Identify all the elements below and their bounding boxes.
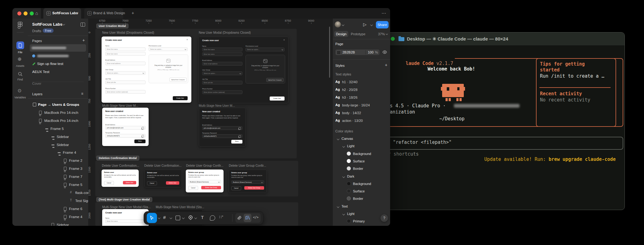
layer-row[interactable]: Frame 4 [28, 213, 88, 221]
add-page-button[interactable]: + [82, 38, 85, 43]
frame-label[interactable]: Delete User Group Confir... [229, 164, 266, 167]
page-item[interactable]: AEUX Test [28, 68, 88, 76]
copy-icon[interactable] [239, 127, 241, 130]
text-style-row[interactable]: Agh2 · 20/28 [333, 86, 390, 94]
red-button[interactable]: Delete User Group [201, 186, 221, 189]
select-dropdown[interactable]: Redbrick (Shared Services) [188, 180, 221, 183]
page-item[interactable] [28, 44, 88, 52]
layer-row[interactable]: TTest Signa [28, 197, 88, 205]
avatar[interactable] [335, 21, 341, 28]
color-style-row[interactable]: Border [333, 165, 390, 173]
page-color-value[interactable]: 2B2B2B [342, 50, 355, 54]
layer-row[interactable]: Page → Users & Groups [28, 101, 88, 109]
frame-label[interactable]: Multi-Stage New User Modal (Sta... [102, 205, 151, 209]
file-location[interactable]: Drafts [32, 29, 41, 33]
primary-button[interactable]: Create User [173, 96, 188, 100]
color-style-row[interactable]: Surface [333, 188, 390, 196]
present-play-icon[interactable]: ▷ [363, 22, 367, 27]
color-swatch[interactable] [347, 152, 351, 156]
frame-label[interactable]: New User Modal (Dropdowns Closed) [102, 31, 154, 34]
color-style-row[interactable]: Border [333, 196, 390, 203]
frame-label[interactable]: Delete User Confirmation... [144, 164, 182, 167]
layers-list-icon[interactable]: ≡ [81, 92, 83, 96]
draw-annotate-icon[interactable] [237, 216, 242, 220]
text-input[interactable]: Enter email address [202, 62, 242, 66]
home-icon[interactable]: ⌂ [35, 11, 38, 16]
select-dropdown[interactable]: Select an option... [105, 71, 146, 75]
window-menu-icon[interactable]: ⋯ [381, 11, 386, 16]
add-style-button[interactable]: + [385, 62, 387, 67]
color-swatch[interactable] [347, 189, 351, 193]
actions-tool-icon[interactable]: ∷+ [219, 215, 224, 219]
page-header[interactable]: Page [335, 42, 343, 46]
text-style-row[interactable]: Agh3 · 18/26 [333, 94, 390, 102]
red-button[interactable]: Delete User [166, 181, 179, 185]
text-input[interactable]: john.doe@example.com [202, 126, 242, 130]
variables-icon[interactable]: ⊙ [18, 88, 22, 93]
color-style-row[interactable]: Dark [333, 173, 390, 181]
page-item-cover[interactable]: Cover [32, 82, 41, 85]
text-input[interactable]: Enter phone number (optional) [105, 90, 146, 94]
terminal-traffic-light-green-icon[interactable] [391, 37, 395, 41]
layer-row[interactable]: Sidebar [28, 133, 88, 141]
page-color-field[interactable]: 2B2B2B 100 % [335, 49, 380, 55]
chevron-down-icon[interactable] [63, 23, 65, 25]
assets-icon[interactable]: ⊕ [18, 56, 22, 62]
close-icon[interactable]: × [283, 38, 285, 41]
zoom-window-button[interactable] [30, 11, 34, 15]
tab-prototype[interactable]: Prototype [351, 32, 365, 36]
chevron-down-icon[interactable] [337, 138, 339, 140]
layer-row[interactable]: Frame 7 [28, 173, 88, 181]
chevron-down-icon[interactable] [342, 145, 345, 148]
color-style-row[interactable]: Background [333, 151, 390, 158]
pen-tool-icon[interactable] [188, 215, 193, 221]
color-style-row[interactable]: Light [333, 143, 390, 150]
text-style-row[interactable]: Agaction · 13/20 [333, 117, 390, 125]
comment-tool-icon[interactable] [210, 215, 215, 221]
layer-row[interactable]: Frame 5 [28, 181, 88, 189]
primary-button[interactable]: Done [134, 140, 146, 143]
text-input[interactable]: Enter first name [105, 47, 146, 51]
color-swatch[interactable] [347, 196, 351, 200]
layer-row[interactable]: MacBook Pro 14-inch [28, 109, 88, 117]
select-dropdown[interactable]: Select an option... [246, 48, 285, 51]
ghost-button[interactable]: Cancel [231, 186, 241, 190]
close-window-button[interactable] [17, 11, 21, 15]
color-swatch[interactable] [347, 166, 351, 170]
close-tab-icon[interactable]: × [76, 11, 79, 15]
section-chip-deletion[interactable]: Deletion Confirmation Modal [96, 156, 139, 161]
shape-tool[interactable] [176, 216, 180, 220]
frame-label[interactable]: New User Modal (Dropdowns Closed) [199, 31, 251, 34]
text-input[interactable]: Enter email address [105, 62, 146, 65]
section-chip-user-creation[interactable]: User Creation Modal [96, 24, 128, 28]
text-tool[interactable]: T [201, 215, 204, 220]
zoom-level[interactable]: 37% [378, 32, 385, 36]
layer-row[interactable]: Frame 2 [28, 157, 88, 165]
prompt-suggestion[interactable]: "refactor <filepath>" [393, 140, 452, 145]
frame-tool-chevron-icon[interactable] [170, 217, 172, 219]
section-chip-test-multistage[interactable]: (Test) Multi-Stage User Creation Modal [96, 197, 152, 202]
share-button[interactable]: Share [376, 21, 389, 28]
frame-label[interactable]: Multi-Stage New User M... [199, 104, 235, 107]
nav-file-tile[interactable] [16, 41, 24, 49]
color-style-row[interactable]: Background [333, 181, 390, 188]
text-input[interactable]: nb41a0xmi#sh5(?) [202, 134, 242, 138]
upload-from-computer-button[interactable]: Upload from Computer [169, 78, 187, 82]
select-dropdown[interactable]: Select an option... [202, 71, 242, 75]
layer-row[interactable]: Frame 4 [28, 149, 88, 157]
red-button[interactable]: Delete User [123, 181, 136, 184]
text-input[interactable]: john.doe@example.com [105, 126, 146, 130]
upload-dropzone[interactable]: Drag and drop, or upload an image from y… [149, 54, 188, 83]
chevron-down-icon[interactable] [337, 205, 339, 208]
color-style-row[interactable]: Text [333, 203, 390, 211]
page-item[interactable]: Sign up flow test [28, 60, 88, 68]
layers-header[interactable]: Layers [32, 92, 42, 96]
text-style-row[interactable]: Agbody-large · 16/24 [333, 102, 390, 110]
search-icon[interactable] [18, 72, 23, 76]
text-input[interactable]: Enter phone number (optional) [202, 90, 242, 94]
page-color-swatch[interactable] [337, 50, 341, 55]
ghost-button[interactable]: Cancel [104, 181, 114, 185]
layer-row[interactable]: Frame 5 [28, 125, 88, 133]
layer-row[interactable]: Frame 6 [28, 205, 88, 213]
chevron-down-icon[interactable] [342, 175, 345, 178]
